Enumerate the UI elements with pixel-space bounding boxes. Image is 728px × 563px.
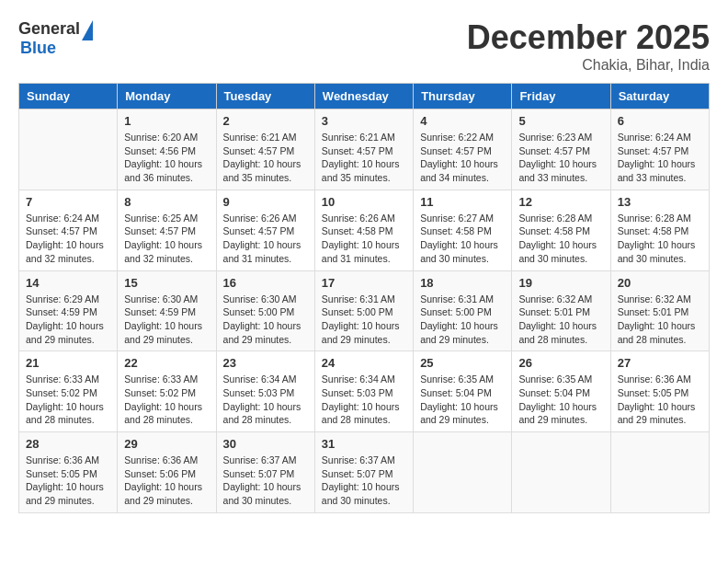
day-info: Sunrise: 6:30 AM Sunset: 5:00 PM Dayligh…: [223, 293, 308, 347]
calendar-cell: 5Sunrise: 6:23 AM Sunset: 4:57 PM Daylig…: [512, 109, 610, 190]
day-info: Sunrise: 6:20 AM Sunset: 4:56 PM Dayligh…: [124, 131, 209, 185]
logo: General Blue: [18, 18, 93, 58]
day-info: Sunrise: 6:26 AM Sunset: 4:57 PM Dayligh…: [223, 212, 308, 266]
day-number: 16: [223, 276, 308, 290]
day-number: 20: [618, 276, 702, 290]
column-header-sunday: Sunday: [19, 84, 118, 109]
location-subtitle: Chakia, Bihar, India: [467, 57, 710, 74]
day-info: Sunrise: 6:21 AM Sunset: 4:57 PM Dayligh…: [223, 131, 308, 185]
day-number: 23: [223, 356, 308, 370]
month-title: December 2025: [467, 18, 710, 57]
day-info: Sunrise: 6:32 AM Sunset: 5:01 PM Dayligh…: [618, 293, 702, 347]
calendar-cell: 13Sunrise: 6:28 AM Sunset: 4:58 PM Dayli…: [610, 190, 709, 270]
calendar-cell: 18Sunrise: 6:31 AM Sunset: 5:00 PM Dayli…: [414, 270, 512, 351]
day-number: 29: [124, 437, 209, 451]
calendar-week-row: 7Sunrise: 6:24 AM Sunset: 4:57 PM Daylig…: [19, 190, 710, 270]
day-info: Sunrise: 6:23 AM Sunset: 4:57 PM Dayligh…: [518, 131, 603, 185]
calendar-cell: 22Sunrise: 6:33 AM Sunset: 5:02 PM Dayli…: [118, 351, 216, 432]
calendar-week-row: 14Sunrise: 6:29 AM Sunset: 4:59 PM Dayli…: [19, 270, 710, 351]
column-header-saturday: Saturday: [610, 84, 709, 109]
calendar-cell: 31Sunrise: 6:37 AM Sunset: 5:07 PM Dayli…: [314, 432, 413, 513]
calendar-cell: 19Sunrise: 6:32 AM Sunset: 5:01 PM Dayli…: [512, 270, 610, 351]
day-info: Sunrise: 6:35 AM Sunset: 5:04 PM Dayligh…: [518, 373, 603, 427]
day-number: 21: [26, 356, 110, 370]
day-info: Sunrise: 6:25 AM Sunset: 4:57 PM Dayligh…: [124, 212, 209, 266]
day-number: 8: [124, 195, 209, 209]
day-info: Sunrise: 6:21 AM Sunset: 4:57 PM Dayligh…: [322, 131, 406, 185]
day-info: Sunrise: 6:36 AM Sunset: 5:05 PM Dayligh…: [618, 373, 702, 427]
day-info: Sunrise: 6:36 AM Sunset: 5:06 PM Dayligh…: [124, 454, 209, 508]
day-number: 19: [518, 276, 603, 290]
day-info: Sunrise: 6:32 AM Sunset: 5:01 PM Dayligh…: [518, 293, 603, 347]
calendar-cell: 4Sunrise: 6:22 AM Sunset: 4:57 PM Daylig…: [414, 109, 512, 190]
column-header-tuesday: Tuesday: [216, 84, 314, 109]
day-number: 27: [618, 356, 702, 370]
day-info: Sunrise: 6:31 AM Sunset: 5:00 PM Dayligh…: [420, 293, 505, 347]
calendar-cell: 23Sunrise: 6:34 AM Sunset: 5:03 PM Dayli…: [216, 351, 314, 432]
calendar-week-row: 21Sunrise: 6:33 AM Sunset: 5:02 PM Dayli…: [19, 351, 710, 432]
day-info: Sunrise: 6:34 AM Sunset: 5:03 PM Dayligh…: [322, 373, 406, 427]
title-section: December 2025 Chakia, Bihar, India: [467, 18, 710, 74]
day-info: Sunrise: 6:34 AM Sunset: 5:03 PM Dayligh…: [223, 373, 308, 427]
calendar-cell: 30Sunrise: 6:37 AM Sunset: 5:07 PM Dayli…: [216, 432, 314, 513]
calendar-cell: 3Sunrise: 6:21 AM Sunset: 4:57 PM Daylig…: [314, 109, 413, 190]
calendar-header-row: SundayMondayTuesdayWednesdayThursdayFrid…: [19, 84, 710, 109]
logo-arrow-icon: [82, 20, 93, 40]
column-header-monday: Monday: [118, 84, 216, 109]
calendar-cell: 25Sunrise: 6:35 AM Sunset: 5:04 PM Dayli…: [414, 351, 512, 432]
day-number: 26: [518, 356, 603, 370]
logo-blue-text: Blue: [20, 39, 56, 58]
calendar-table: SundayMondayTuesdayWednesdayThursdayFrid…: [18, 83, 710, 513]
day-number: 11: [420, 195, 505, 209]
calendar-cell: 14Sunrise: 6:29 AM Sunset: 4:59 PM Dayli…: [19, 270, 118, 351]
calendar-cell: 17Sunrise: 6:31 AM Sunset: 5:00 PM Dayli…: [314, 270, 413, 351]
day-info: Sunrise: 6:27 AM Sunset: 4:58 PM Dayligh…: [420, 212, 505, 266]
day-number: 13: [618, 195, 702, 209]
calendar-cell: 28Sunrise: 6:36 AM Sunset: 5:05 PM Dayli…: [19, 432, 118, 513]
calendar-cell: 24Sunrise: 6:34 AM Sunset: 5:03 PM Dayli…: [314, 351, 413, 432]
calendar-cell: 10Sunrise: 6:26 AM Sunset: 4:58 PM Dayli…: [314, 190, 413, 270]
day-info: Sunrise: 6:26 AM Sunset: 4:58 PM Dayligh…: [322, 212, 406, 266]
day-info: Sunrise: 6:24 AM Sunset: 4:57 PM Dayligh…: [26, 212, 110, 266]
day-number: 17: [322, 276, 406, 290]
column-header-friday: Friday: [512, 84, 610, 109]
calendar-cell: 26Sunrise: 6:35 AM Sunset: 5:04 PM Dayli…: [512, 351, 610, 432]
day-info: Sunrise: 6:33 AM Sunset: 5:02 PM Dayligh…: [26, 373, 110, 427]
day-info: Sunrise: 6:28 AM Sunset: 4:58 PM Dayligh…: [618, 212, 702, 266]
day-info: Sunrise: 6:29 AM Sunset: 4:59 PM Dayligh…: [26, 293, 110, 347]
column-header-wednesday: Wednesday: [314, 84, 413, 109]
day-info: Sunrise: 6:22 AM Sunset: 4:57 PM Dayligh…: [420, 131, 505, 185]
day-number: 14: [26, 276, 110, 290]
calendar-cell: 1Sunrise: 6:20 AM Sunset: 4:56 PM Daylig…: [118, 109, 216, 190]
day-info: Sunrise: 6:24 AM Sunset: 4:57 PM Dayligh…: [618, 131, 702, 185]
calendar-cell: 8Sunrise: 6:25 AM Sunset: 4:57 PM Daylig…: [118, 190, 216, 270]
page-header: General Blue December 2025 Chakia, Bihar…: [18, 18, 710, 74]
calendar-cell: 7Sunrise: 6:24 AM Sunset: 4:57 PM Daylig…: [19, 190, 118, 270]
day-info: Sunrise: 6:37 AM Sunset: 5:07 PM Dayligh…: [223, 454, 308, 508]
day-number: 18: [420, 276, 505, 290]
day-number: 25: [420, 356, 505, 370]
day-number: 3: [322, 114, 406, 128]
calendar-cell: [512, 432, 610, 513]
day-info: Sunrise: 6:28 AM Sunset: 4:58 PM Dayligh…: [518, 212, 603, 266]
logo-general-text: General: [18, 19, 80, 39]
calendar-cell: [414, 432, 512, 513]
calendar-cell: [19, 109, 118, 190]
calendar-cell: 15Sunrise: 6:30 AM Sunset: 4:59 PM Dayli…: [118, 270, 216, 351]
calendar-cell: 16Sunrise: 6:30 AM Sunset: 5:00 PM Dayli…: [216, 270, 314, 351]
calendar-cell: 12Sunrise: 6:28 AM Sunset: 4:58 PM Dayli…: [512, 190, 610, 270]
day-number: 30: [223, 437, 308, 451]
day-info: Sunrise: 6:36 AM Sunset: 5:05 PM Dayligh…: [26, 454, 110, 508]
day-number: 24: [322, 356, 406, 370]
day-number: 9: [223, 195, 308, 209]
day-info: Sunrise: 6:33 AM Sunset: 5:02 PM Dayligh…: [124, 373, 209, 427]
day-info: Sunrise: 6:31 AM Sunset: 5:00 PM Dayligh…: [322, 293, 406, 347]
calendar-cell: 9Sunrise: 6:26 AM Sunset: 4:57 PM Daylig…: [216, 190, 314, 270]
day-number: 10: [322, 195, 406, 209]
day-number: 31: [322, 437, 406, 451]
day-number: 6: [618, 114, 702, 128]
calendar-cell: 11Sunrise: 6:27 AM Sunset: 4:58 PM Dayli…: [414, 190, 512, 270]
day-number: 15: [124, 276, 209, 290]
day-number: 2: [223, 114, 308, 128]
calendar-cell: 21Sunrise: 6:33 AM Sunset: 5:02 PM Dayli…: [19, 351, 118, 432]
